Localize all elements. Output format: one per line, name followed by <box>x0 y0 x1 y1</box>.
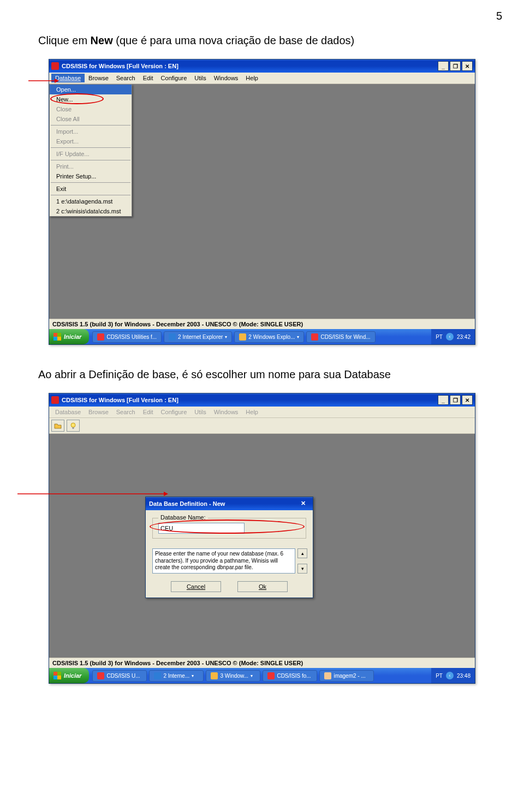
screenshot-2: CDS/ISIS for Windows [Full Version : EN]… <box>22 393 502 684</box>
scrollbar[interactable]: ▴ ▾ <box>297 548 306 574</box>
dialog-help-text: Please enter the name of your new databa… <box>152 548 295 574</box>
db-name-fieldset: Database Name: <box>152 518 306 539</box>
task-btn-5[interactable]: imagem2 - ... <box>319 670 374 682</box>
close-button[interactable]: ✕ <box>462 61 473 71</box>
menu-windows: Windows <box>210 408 242 416</box>
task-btn-3[interactable]: 3 Window... ▾ <box>206 670 260 682</box>
start-button[interactable]: Iniciar <box>49 329 89 344</box>
svg-rect-5 <box>73 427 74 429</box>
open-tool-button[interactable] <box>51 420 64 432</box>
toolbar <box>49 418 475 434</box>
system-tray: PT ‹ 23:42 <box>431 329 475 344</box>
task-btn-3[interactable]: 2 Windows Explo... ▾ <box>234 331 304 343</box>
app-icon <box>51 396 59 404</box>
dialog-close-button[interactable]: ✕ <box>301 500 309 507</box>
language-indicator[interactable]: PT <box>436 673 443 679</box>
windows-flag-icon <box>53 672 61 679</box>
system-tray: PT ‹ 23:48 <box>431 668 475 683</box>
menu-new[interactable]: New... <box>50 94 132 104</box>
window-title: CDS/ISIS for Windows [Full Version : EN] <box>62 397 438 403</box>
tray-expand-icon[interactable]: ‹ <box>446 333 454 341</box>
menu-edit[interactable]: Edit <box>139 74 157 82</box>
menu-open[interactable]: Open... <box>50 85 132 94</box>
menubar: Database Browse Search Edit Configure Ut… <box>49 407 475 418</box>
dialog-titlebar: Data Base Definition - New ✕ <box>146 497 313 510</box>
help-tool-button[interactable] <box>67 420 80 432</box>
svg-marker-3 <box>164 492 168 496</box>
menu-search: Search <box>112 408 139 416</box>
menu-windows[interactable]: Windows <box>210 74 242 82</box>
screenshot-1: CDS/ISIS for Windows [Full Version : EN]… <box>22 59 502 345</box>
start-button[interactable]: Iniciar <box>49 668 89 683</box>
menu-if-update[interactable]: I/F Update... <box>50 149 132 159</box>
database-dropdown: Open... New... Close Close All Import...… <box>49 84 132 217</box>
clock: 23:42 <box>457 334 471 340</box>
menu-import[interactable]: Import... <box>50 127 132 136</box>
svg-marker-1 <box>55 79 59 83</box>
svg-point-4 <box>71 423 75 427</box>
lightbulb-icon <box>69 422 77 429</box>
menu-database: Database <box>51 408 85 416</box>
db-definition-dialog: Data Base Definition - New ✕ Database Na… <box>145 497 313 598</box>
menu-help[interactable]: Help <box>242 74 262 82</box>
paragraph-1: Clique em New (que é para uma nova criaç… <box>38 33 502 48</box>
titlebar: CDS/ISIS for Windows [Full Version : EN]… <box>49 393 475 407</box>
minimize-button[interactable]: _ <box>438 395 449 405</box>
client-area: Open... New... Close Close All Import...… <box>49 84 475 319</box>
app-window-2: CDS/ISIS for Windows [Full Version : EN]… <box>49 393 475 684</box>
client-area: Data Base Definition - New ✕ Database Na… <box>49 434 475 658</box>
menu-browse: Browse <box>85 408 112 416</box>
folder-open-icon <box>54 422 62 429</box>
menu-utils: Utils <box>190 408 210 416</box>
maximize-button[interactable]: ❐ <box>450 395 461 405</box>
menu-export[interactable]: Export... <box>50 136 132 146</box>
minimize-button[interactable]: _ <box>438 61 449 71</box>
cancel-button[interactable]: Cancel <box>171 581 221 592</box>
db-name-label: Database Name: <box>158 514 208 521</box>
language-indicator[interactable]: PT <box>436 334 443 340</box>
page-number: 5 <box>496 10 502 22</box>
menu-configure[interactable]: Configure <box>157 74 191 82</box>
menu-recent-2[interactable]: 2 c:\winisis\data\cds.mst <box>50 206 132 216</box>
app-icon <box>51 62 59 70</box>
taskbar: Iniciar CDS/ISIS U... 2 Interne... ▾ 3 W… <box>49 668 475 683</box>
menu-print[interactable]: Print... <box>50 162 132 171</box>
menubar: Database Browse Search Edit Configure Ut… <box>49 73 475 84</box>
taskbar: Iniciar CDS/ISIS Utilities f... 2 Intern… <box>49 329 475 344</box>
menu-browse[interactable]: Browse <box>85 74 112 82</box>
scroll-up-icon[interactable]: ▴ <box>297 548 307 558</box>
titlebar: CDS/ISIS for Windows [Full Version : EN]… <box>49 59 475 73</box>
database-name-input[interactable] <box>158 523 245 534</box>
menu-close[interactable]: Close <box>50 104 132 114</box>
menu-configure: Configure <box>157 408 191 416</box>
menu-printer-setup[interactable]: Printer Setup... <box>50 171 132 181</box>
maximize-button[interactable]: ❐ <box>450 61 461 71</box>
clock: 23:48 <box>457 673 471 679</box>
menu-search[interactable]: Search <box>112 74 139 82</box>
scroll-down-icon[interactable]: ▾ <box>297 564 307 574</box>
windows-flag-icon <box>53 333 61 341</box>
statusbar: CDS/ISIS 1.5 (build 3) for Windows - Dec… <box>49 319 475 329</box>
menu-close-all[interactable]: Close All <box>50 114 132 124</box>
window-title: CDS/ISIS for Windows [Full Version : EN] <box>62 63 438 69</box>
menu-help: Help <box>242 408 262 416</box>
tray-expand-icon[interactable]: ‹ <box>446 672 454 679</box>
paragraph-2: Ao abrir a Definição de base, é só escol… <box>38 367 502 382</box>
task-btn-1[interactable]: CDS/ISIS U... <box>92 670 147 682</box>
menu-recent-1[interactable]: 1 e:\data\agenda.mst <box>50 196 132 206</box>
task-btn-2[interactable]: 2 Internet Explorer ▾ <box>164 331 232 343</box>
menu-edit: Edit <box>139 408 157 416</box>
ok-button[interactable]: Ok <box>237 581 288 592</box>
task-btn-1[interactable]: CDS/ISIS Utilities f... <box>92 331 162 343</box>
task-btn-4[interactable]: CDS/ISIS fo... <box>263 670 317 682</box>
task-btn-4[interactable]: CDS/ISIS for Wind... <box>306 331 375 343</box>
task-btn-2[interactable]: 2 Interne... ▾ <box>149 670 204 682</box>
app-window-1: CDS/ISIS for Windows [Full Version : EN]… <box>49 59 475 345</box>
menu-exit[interactable]: Exit <box>50 184 132 194</box>
statusbar: CDS/ISIS 1.5 (build 3) for Windows - Dec… <box>49 658 475 668</box>
close-button[interactable]: ✕ <box>462 395 473 405</box>
menu-utils[interactable]: Utils <box>190 74 210 82</box>
